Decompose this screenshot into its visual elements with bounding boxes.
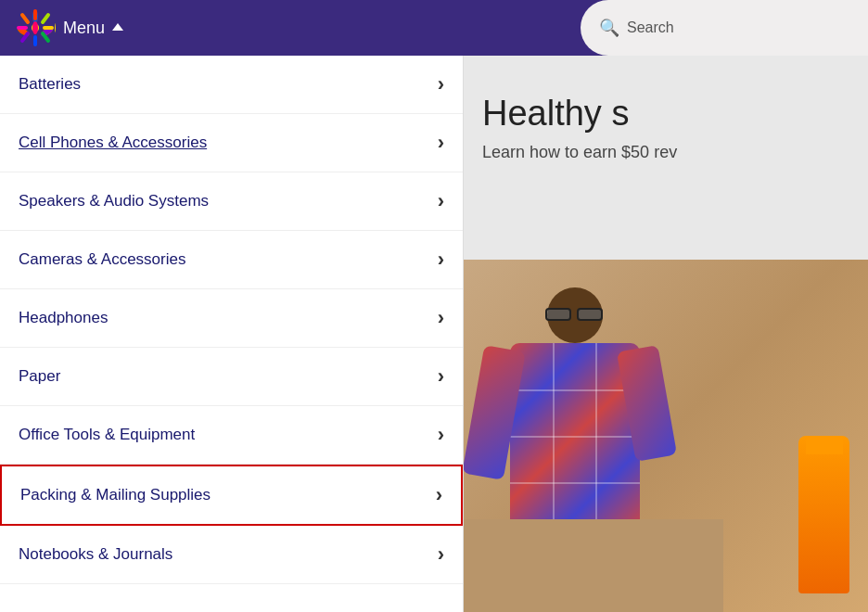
chevron-right-icon: › bbox=[438, 189, 444, 213]
content-text-area: Healthy s Learn how to earn $50 rev bbox=[464, 56, 868, 181]
menu-item-notebooks[interactable]: Notebooks & Journals› bbox=[0, 526, 463, 584]
menu-item-office-tools[interactable]: Office Tools & Equipment› bbox=[0, 406, 463, 465]
menu-item-label-packing: Packing & Mailing Supplies bbox=[20, 486, 211, 504]
orange-bottle bbox=[798, 436, 849, 593]
header: Menu 🔍 Search bbox=[0, 0, 868, 56]
search-label: Search bbox=[627, 19, 674, 36]
svg-point-3 bbox=[55, 21, 56, 34]
menu-item-label-batteries: Batteries bbox=[19, 75, 81, 94]
menu-item-cameras[interactable]: Cameras & Accessories› bbox=[0, 231, 463, 289]
chevron-right-icon: › bbox=[438, 423, 444, 447]
content-image bbox=[464, 260, 868, 612]
chevron-right-icon: › bbox=[438, 542, 444, 567]
chevron-right-icon: › bbox=[438, 306, 444, 330]
chevron-right-icon: › bbox=[438, 364, 444, 389]
menu-item-batteries[interactable]: Batteries› bbox=[0, 56, 463, 114]
menu-item-paper[interactable]: Paper› bbox=[0, 348, 463, 406]
desk-surface bbox=[464, 519, 723, 612]
glasses-left bbox=[545, 308, 571, 321]
menu-item-packing[interactable]: Packing & Mailing Supplies› bbox=[0, 465, 463, 526]
logo-container: Menu bbox=[15, 9, 123, 46]
person-area bbox=[464, 260, 723, 612]
menu-item-label-cameras: Cameras & Accessories bbox=[19, 250, 185, 269]
menu-item-label-speakers: Speakers & Audio Systems bbox=[19, 192, 209, 210]
chevron-right-icon: › bbox=[438, 131, 444, 155]
chevron-up-icon bbox=[112, 23, 123, 31]
content-panel: Healthy s Learn how to earn $50 rev bbox=[464, 56, 868, 612]
menu-item-speakers[interactable]: Speakers & Audio Systems› bbox=[0, 172, 463, 231]
svg-line-13 bbox=[22, 15, 28, 22]
menu-item-label-notebooks: Notebooks & Journals bbox=[19, 545, 172, 564]
svg-line-15 bbox=[43, 15, 48, 22]
menu-item-cell-phones[interactable]: Cell Phones & Accessories› bbox=[0, 114, 463, 172]
menu-item-label-headphones: Headphones bbox=[19, 309, 108, 327]
chevron-right-icon: › bbox=[438, 72, 444, 96]
content-title: Healthy s bbox=[482, 93, 849, 135]
main-area: Batteries›Cell Phones & Accessories›Spea… bbox=[0, 56, 868, 612]
walmart-logo bbox=[15, 9, 56, 46]
menu-item-headphones[interactable]: Headphones› bbox=[0, 289, 463, 348]
menu-item-label-office-tools: Office Tools & Equipment bbox=[19, 426, 195, 444]
search-box[interactable]: 🔍 Search bbox=[581, 0, 868, 56]
svg-point-7 bbox=[32, 21, 38, 34]
menu-item-label-cell-phones: Cell Phones & Accessories bbox=[19, 134, 207, 152]
chevron-right-icon: › bbox=[436, 483, 442, 507]
menu-item-label-paper: Paper bbox=[19, 367, 60, 386]
chevron-right-icon: › bbox=[438, 248, 444, 272]
content-subtitle: Learn how to earn $50 rev bbox=[482, 143, 849, 162]
search-icon: 🔍 bbox=[599, 18, 619, 38]
menu-panel: Batteries›Cell Phones & Accessories›Spea… bbox=[0, 56, 464, 612]
glasses-right bbox=[577, 308, 603, 321]
menu-text: Menu bbox=[63, 19, 105, 38]
spark-icon bbox=[15, 9, 56, 46]
menu-button[interactable]: Menu bbox=[63, 19, 123, 38]
